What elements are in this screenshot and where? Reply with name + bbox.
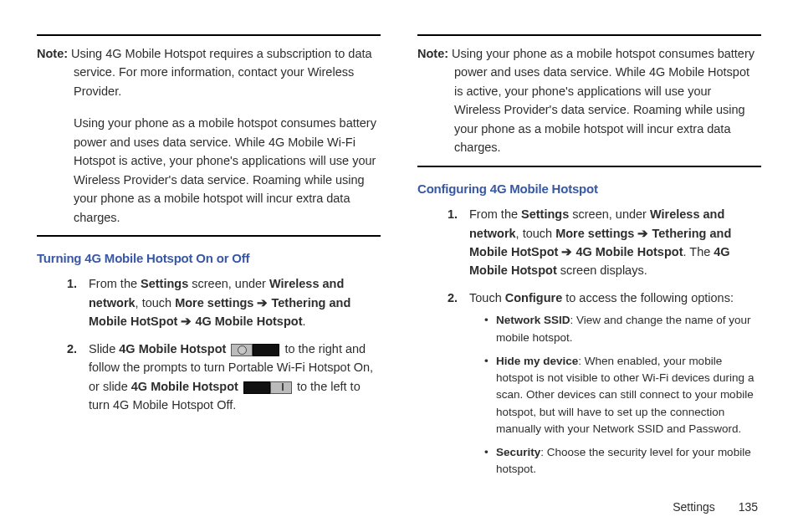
list-item: Network SSID: View and change the name o… <box>484 312 761 346</box>
text: From the <box>89 277 141 290</box>
step-1-left: From the Settings screen, under Wireless… <box>67 274 381 330</box>
arrow-icon: ➔ <box>253 296 271 309</box>
text: , touch <box>516 227 556 240</box>
bullet-label: Hide my device <box>496 355 578 367</box>
text: screen, under <box>569 207 650 221</box>
rule-bottom-right <box>417 166 761 167</box>
page-footer: Settings 135 <box>0 500 798 514</box>
rule-top-right <box>417 34 761 36</box>
text: screen displays. <box>557 263 647 277</box>
text: . <box>302 315 305 328</box>
bold: 4G Mobile Hotspot <box>575 245 683 258</box>
bullet-label: Security <box>496 446 540 458</box>
note-right: Note: Using your phone as a mobile hotsp… <box>417 44 761 157</box>
bold: 4G Mobile Hotspot <box>119 342 226 356</box>
note-label: Note: <box>417 47 448 60</box>
step-2-right: Touch Configure to access the following … <box>448 289 761 478</box>
bullet-label: Network SSID <box>496 314 570 326</box>
right-column: Note: Using your phone as a mobile hotsp… <box>417 29 761 452</box>
text: Slide <box>89 342 119 356</box>
list-item: Hide my device: When enabled, your mobil… <box>484 353 761 437</box>
note-left: Note: Using 4G Mobile Hotspot requires a… <box>37 44 381 227</box>
arrow-icon: ➔ <box>558 245 575 258</box>
list-item: Security: Choose the security level for … <box>484 444 761 478</box>
note-text-1: Using 4G Mobile Hotspot requires a subsc… <box>71 47 371 98</box>
heading-configuring-hotspot: Configuring 4G Mobile Hotspot <box>417 179 761 198</box>
rule-top-left <box>37 34 381 36</box>
text: Touch <box>469 291 505 304</box>
text: to access the following options: <box>562 291 734 304</box>
bold: More settings <box>555 227 634 240</box>
rule-bottom-left <box>37 235 381 237</box>
bold: 4G Mobile Hotspot <box>195 315 302 328</box>
bold: Settings <box>521 207 569 221</box>
left-column: Note: Using 4G Mobile Hotspot requires a… <box>37 29 381 452</box>
bold: Settings <box>141 277 188 290</box>
bullet-list: Network SSID: View and change the name o… <box>484 312 761 478</box>
steps-left: From the Settings screen, under Wireless… <box>67 274 381 414</box>
steps-right: From the Settings screen, under Wireless… <box>448 205 761 478</box>
note-text: Using your phone as a mobile hotspot con… <box>452 47 755 154</box>
note-text-2: Using your phone as a mobile hotspot con… <box>74 114 381 227</box>
heading-turning-hotspot: Turning 4G Mobile Hotspot On or Off <box>37 248 381 268</box>
arrow-icon: ➔ <box>177 315 195 328</box>
step-1-right: From the Settings screen, under Wireless… <box>448 205 761 280</box>
bold: Configure <box>505 291 562 304</box>
bold: More settings <box>175 296 253 309</box>
toggle-on-icon <box>243 380 292 395</box>
text: From the <box>469 207 521 221</box>
text: , touch <box>136 296 176 309</box>
text: screen, under <box>188 277 269 290</box>
bold: 4G Mobile Hotspot <box>131 380 238 393</box>
text: . The <box>683 245 714 258</box>
note-label: Note: <box>37 47 68 60</box>
footer-page-number: 135 <box>739 500 758 514</box>
page-content: Note: Using 4G Mobile Hotspot requires a… <box>0 0 798 468</box>
footer-section: Settings <box>673 500 715 514</box>
step-2-left: Slide 4G Mobile Hotspot to the right and… <box>67 340 381 415</box>
arrow-icon: ➔ <box>634 227 652 240</box>
toggle-off-icon <box>231 342 279 357</box>
